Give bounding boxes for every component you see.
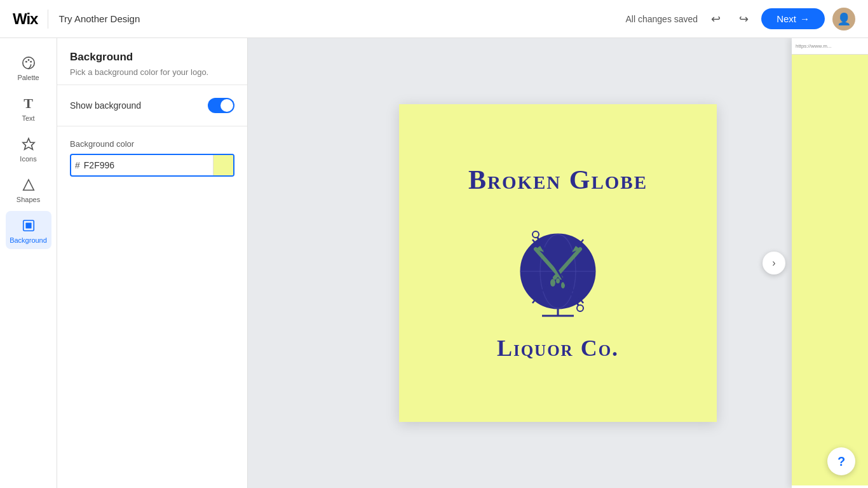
header-title: Try Another Design	[58, 13, 140, 24]
logo-name-bottom: Liquor Co.	[497, 335, 619, 362]
next-button[interactable]: Next →	[761, 8, 825, 29]
globe-svg	[494, 201, 621, 329]
sidebar-item-icons[interactable]: Icons	[6, 130, 51, 168]
sidebar-item-text[interactable]: T Text	[6, 89, 51, 127]
sidebar-icons: Palette T Text Icons Shapes	[0, 38, 57, 488]
palette-label: Palette	[17, 74, 39, 81]
globe-container	[494, 201, 621, 329]
canvas-area: Broken Globe	[248, 38, 868, 488]
header-right: All changes saved ↩ ↪ Next → 👤	[626, 8, 855, 30]
panel-subtitle: Pick a background color for your logo.	[70, 67, 234, 77]
undo-icon: ↩	[711, 12, 721, 26]
header: Wix Try Another Design All changes saved…	[0, 0, 868, 38]
next-button-label: Next	[776, 13, 796, 24]
color-label: Background color	[70, 139, 234, 149]
avatar[interactable]: 👤	[832, 8, 855, 30]
sidebar-item-background[interactable]: Background	[6, 211, 51, 249]
svg-point-1	[25, 61, 27, 63]
avatar-image: 👤	[837, 12, 851, 26]
shapes-label: Shapes	[17, 196, 40, 203]
sidebar-item-shapes[interactable]: Shapes	[6, 170, 51, 208]
icons-icon	[20, 136, 37, 152]
panel-header: Background Pick a background color for y…	[57, 38, 247, 85]
color-hex-input[interactable]	[84, 160, 213, 170]
next-arrow-icon: →	[800, 13, 810, 24]
color-section: Background color #	[57, 126, 247, 189]
hash-symbol: #	[71, 160, 84, 170]
right-preview-panel: https://www.m...	[792, 38, 868, 488]
logo-preview-card: Broken Globe	[399, 104, 717, 422]
svg-point-22	[556, 278, 560, 283]
undo-button[interactable]: ↩	[705, 9, 726, 29]
show-background-section: Show background	[57, 85, 247, 126]
shapes-icon	[20, 177, 37, 193]
color-swatch[interactable]	[213, 155, 233, 175]
text-label: Text	[22, 114, 34, 122]
svg-point-2	[27, 59, 29, 61]
chevron-right-icon: ›	[772, 257, 775, 269]
svg-point-3	[30, 61, 32, 63]
icons-label: Icons	[20, 155, 36, 163]
background-icon	[20, 217, 37, 234]
redo-button[interactable]: ↪	[733, 9, 754, 29]
sidebar-item-palette[interactable]: Palette	[6, 48, 51, 86]
svg-point-0	[22, 57, 34, 69]
show-background-row: Show background	[70, 98, 234, 113]
show-background-toggle[interactable]	[208, 98, 234, 113]
redo-icon: ↪	[739, 12, 749, 26]
header-divider	[48, 10, 48, 29]
preview-url-text: https://www.m...	[792, 38, 868, 55]
panel-title: Background	[70, 51, 234, 64]
text-icon: T	[20, 95, 37, 112]
next-preview-button[interactable]: ›	[763, 252, 785, 274]
svg-rect-7	[25, 222, 31, 228]
svg-point-20	[550, 279, 555, 287]
background-label: Background	[10, 236, 47, 244]
help-button[interactable]: ?	[827, 447, 855, 475]
svg-marker-4	[22, 139, 34, 149]
logo-name-top: Broken Globe	[468, 165, 648, 195]
wix-logo: Wix	[13, 10, 37, 28]
show-background-label: Show background	[70, 100, 141, 111]
svg-marker-5	[23, 180, 34, 191]
app-body: Palette T Text Icons Shapes	[0, 38, 868, 488]
help-icon: ?	[837, 454, 845, 469]
right-preview-content	[792, 55, 868, 485]
wix-logo-text: Wix	[13, 10, 37, 28]
changes-saved-text: All changes saved	[626, 14, 698, 24]
color-input-row: #	[70, 154, 234, 177]
background-panel: Background Pick a background color for y…	[57, 38, 248, 488]
palette-icon	[20, 55, 37, 71]
svg-point-24	[532, 231, 539, 238]
svg-point-25	[577, 305, 583, 311]
